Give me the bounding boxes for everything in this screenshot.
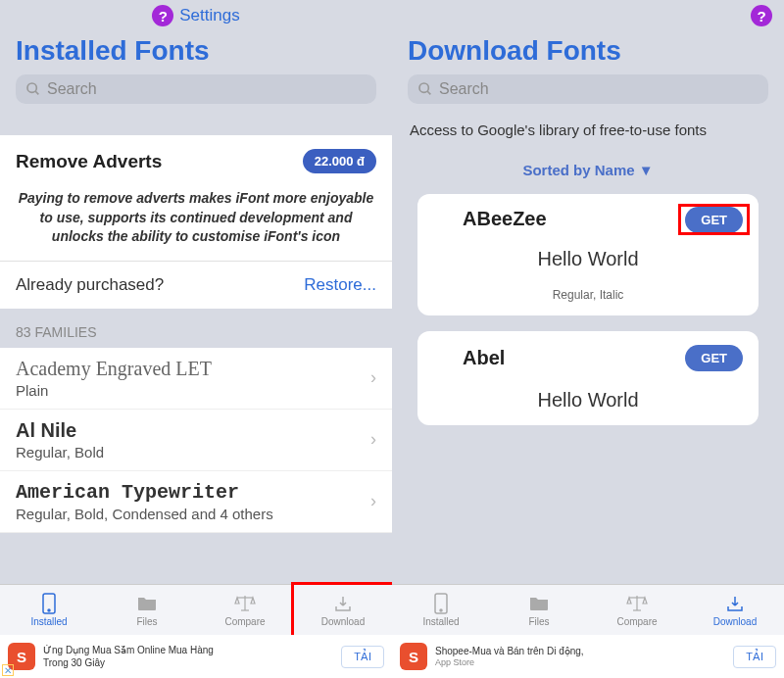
font-styles: Regular, Bold <box>16 444 104 460</box>
font-card[interactable]: Abel GET Hello World <box>417 331 759 425</box>
families-header: 83 FAMILIES <box>0 309 392 348</box>
remove-adverts-title: Remove Adverts <box>16 151 162 172</box>
search-input[interactable]: Search <box>408 74 768 104</box>
ad-install-button[interactable]: TẢI <box>733 646 776 668</box>
tab-bar: Installed Files Compare Download <box>0 584 392 635</box>
help-icon[interactable]: ? <box>751 5 772 26</box>
phone-icon <box>38 593 60 614</box>
sort-dropdown[interactable]: Sorted by Name ▼ <box>392 150 784 194</box>
font-styles: Plain <box>16 382 212 399</box>
font-row[interactable]: Academy Engraved LET Plain › <box>0 348 392 410</box>
font-card[interactable]: ABeeZee GET Hello World Regular, Italic <box>417 194 759 315</box>
top-bar-right: ? <box>392 0 784 31</box>
ad-install-button[interactable]: TẢI <box>341 646 384 668</box>
ad-strip[interactable]: ✕ S Ứng Dụng Mua Sắm Online Mua Hàng Tro… <box>0 635 392 678</box>
font-preview: Hello World <box>433 248 743 270</box>
font-name: Al Nile <box>16 419 104 442</box>
chevron-right-icon: › <box>370 491 376 511</box>
search-icon <box>25 81 41 97</box>
purchased-label: Already purchased? <box>16 275 164 295</box>
tab-label: Download <box>321 616 365 627</box>
remove-adverts-card: Remove Adverts 22.000 đ Paying to remove… <box>0 135 392 309</box>
svg-point-3 <box>48 609 50 611</box>
scale-icon <box>234 593 256 614</box>
font-name: American Typewriter <box>16 481 273 504</box>
font-preview: Hello World <box>433 389 743 412</box>
tab-files[interactable]: Files <box>98 585 196 635</box>
scale-icon <box>626 593 648 614</box>
font-name: Academy Engraved LET <box>16 358 212 380</box>
svg-point-7 <box>419 83 428 92</box>
font-card-name: ABeeZee <box>463 208 547 230</box>
help-icon[interactable]: ? <box>152 5 173 26</box>
restore-button[interactable]: Restore... <box>304 275 376 295</box>
search-placeholder: Search <box>439 80 489 98</box>
chevron-right-icon: › <box>370 429 376 450</box>
tab-files[interactable]: Files <box>490 585 588 635</box>
top-bar-left: ? Settings <box>0 0 392 31</box>
tab-installed[interactable]: Installed <box>0 585 98 635</box>
font-styles: Regular, Bold, Condensed and 4 others <box>16 506 273 522</box>
tab-download[interactable]: Download <box>294 585 392 635</box>
tab-installed[interactable]: Installed <box>392 585 490 635</box>
ad-close-icon[interactable]: ✕ <box>2 664 14 676</box>
tab-label: Download <box>713 616 757 627</box>
ad-app-icon: S <box>400 643 427 670</box>
tab-label: Files <box>136 616 157 627</box>
right-panel: ? Download Fonts Search Access to Google… <box>392 0 784 678</box>
ad-strip[interactable]: S Shopee-Mua và Bán trên Di động, App St… <box>392 635 784 678</box>
ad-text: Ứng Dụng Mua Sắm Online Mua Hàng Trong 3… <box>43 644 335 669</box>
tab-label: Compare <box>224 616 265 627</box>
phone-icon <box>430 593 452 614</box>
tab-bar: Installed Files Compare Download <box>392 584 784 635</box>
folder-icon <box>136 593 158 614</box>
adverts-description: Paying to remove adverts makes iFont mor… <box>0 187 392 261</box>
tab-label: Installed <box>422 616 459 627</box>
svg-point-10 <box>440 609 442 611</box>
search-placeholder: Search <box>47 80 97 98</box>
tab-compare[interactable]: Compare <box>196 585 294 635</box>
download-icon <box>332 593 354 614</box>
folder-icon <box>528 593 550 614</box>
font-card-styles: Regular, Italic <box>433 288 743 302</box>
ad-text: Shopee-Mua và Bán trên Di động, App Stor… <box>435 645 727 669</box>
chevron-right-icon: › <box>370 367 376 388</box>
settings-link[interactable]: Settings <box>179 6 239 25</box>
svg-line-8 <box>427 91 430 94</box>
search-input[interactable]: Search <box>16 74 376 104</box>
font-card-name: Abel <box>463 347 505 369</box>
page-title: Download Fonts <box>392 31 784 74</box>
left-panel: ? Settings Installed Fonts Search Remove… <box>0 0 392 678</box>
tab-label: Compare <box>616 616 657 627</box>
tab-label: Files <box>528 616 549 627</box>
tab-label: Installed <box>30 616 67 627</box>
tab-download[interactable]: Download <box>686 585 784 635</box>
search-icon <box>417 81 433 97</box>
font-row[interactable]: Al Nile Regular, Bold › <box>0 410 392 471</box>
get-button[interactable]: GET <box>685 345 743 371</box>
page-title: Installed Fonts <box>0 31 392 74</box>
svg-line-1 <box>35 91 38 94</box>
price-badge[interactable]: 22.000 đ <box>303 149 376 173</box>
svg-point-0 <box>27 83 36 92</box>
library-subtitle: Access to Google's library of free-to-us… <box>392 116 784 150</box>
font-row[interactable]: American Typewriter Regular, Bold, Conde… <box>0 471 392 533</box>
get-button[interactable]: GET <box>685 207 743 233</box>
tab-compare[interactable]: Compare <box>588 585 686 635</box>
download-icon <box>724 593 746 614</box>
